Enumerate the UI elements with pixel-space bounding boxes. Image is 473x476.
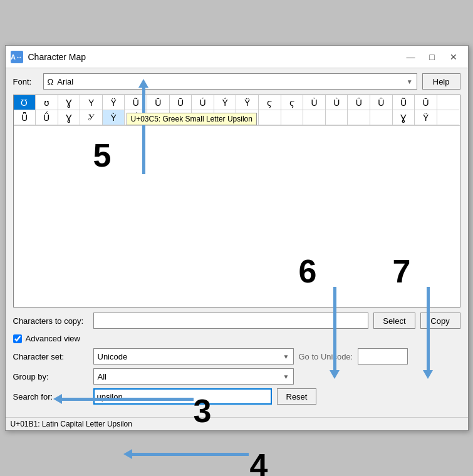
char-cell[interactable]: Ū xyxy=(415,95,437,110)
char-cell[interactable] xyxy=(192,110,214,125)
group-by-value: All xyxy=(98,372,107,381)
search-row: Search for: Reset xyxy=(13,388,460,405)
char-cell[interactable]: Ɣ xyxy=(58,110,81,125)
font-row: Font: Ω Arial ▼ Help xyxy=(13,73,460,90)
char-cell[interactable]: ϛ xyxy=(281,95,304,110)
font-select-text: Ω Arial xyxy=(48,77,74,86)
char-cell[interactable]: Ǖ xyxy=(14,110,36,125)
char-cell[interactable] xyxy=(259,110,281,125)
char-cell[interactable]: ʊ xyxy=(36,95,58,110)
char-cell[interactable] xyxy=(326,110,348,125)
font-select[interactable]: Ω Arial ▼ xyxy=(43,73,417,90)
char-cell[interactable]: Ý xyxy=(214,95,237,110)
char-cell[interactable]: Ỳ xyxy=(103,110,125,125)
title-bar-left: A↔ Character Map xyxy=(11,51,86,63)
chars-to-copy-row: Characters to copy: Select Copy xyxy=(13,313,460,329)
group-by-select[interactable]: All ▼ xyxy=(93,368,294,385)
group-by-row: Group by: All ▼ xyxy=(13,368,460,385)
char-cell[interactable]: Ū xyxy=(147,95,170,110)
minimize-button[interactable]: — xyxy=(402,50,420,64)
reset-button[interactable]: Reset xyxy=(277,388,317,405)
char-cell[interactable] xyxy=(147,110,170,125)
advanced-view-row: Advanced view xyxy=(13,334,460,343)
title-controls: — □ ✕ xyxy=(402,50,463,64)
char-cell[interactable]: Ũ xyxy=(125,95,147,110)
advanced-view-checkbox[interactable] xyxy=(13,334,22,343)
char-cell[interactable]: Ù xyxy=(326,95,348,110)
char-cell[interactable] xyxy=(281,110,304,125)
char-cell[interactable]: Ÿ xyxy=(103,95,125,110)
character-map-window: A↔ Character Map — □ ✕ Font: Ω Arial ▼ H… xyxy=(5,45,469,431)
char-cell[interactable]: Ÿ xyxy=(236,95,259,110)
goto-unicode-label: Go to Unicode: xyxy=(299,352,353,361)
char-cell[interactable]: Û xyxy=(348,95,370,110)
char-cell[interactable] xyxy=(437,95,460,110)
advanced-view-label[interactable]: Advanced view xyxy=(13,334,80,343)
chars-to-copy-input[interactable] xyxy=(93,313,369,329)
char-cell[interactable]: Ɣ xyxy=(393,110,415,125)
grid-spacer xyxy=(14,125,460,307)
character-set-select[interactable]: Unicode ▼ xyxy=(93,348,294,365)
main-content: Font: Ω Arial ▼ Help Ʊ ʊ Ɣ Y Ÿ Ũ Ū Ū xyxy=(6,68,468,417)
char-cell[interactable] xyxy=(348,110,370,125)
chevron-down-icon: ▼ xyxy=(283,373,289,380)
window-title: Character Map xyxy=(28,52,86,62)
app-icon: A↔ xyxy=(11,51,23,63)
char-cell[interactable]: Ū xyxy=(170,95,192,110)
chevron-down-icon: ▼ xyxy=(283,353,289,360)
char-cell[interactable]: Ù xyxy=(303,95,326,110)
char-cell[interactable] xyxy=(170,110,192,125)
character-set-row: Character set: Unicode ▼ Go to Unicode: xyxy=(13,348,460,365)
char-cell[interactable] xyxy=(303,110,326,125)
font-icon: Ω xyxy=(48,77,54,86)
char-cell[interactable]: ϛ xyxy=(259,95,281,110)
char-cell[interactable]: Ɣ xyxy=(58,95,81,110)
help-button[interactable]: Help xyxy=(422,73,460,90)
char-cell[interactable]: Y xyxy=(80,95,103,110)
arrow-4 xyxy=(131,453,249,456)
search-for-label: Search for: xyxy=(13,392,88,401)
char-grid-row2: Ǖ Ǘ Ɣ Ỿ Ỳ Ǻ Ɣ Ÿ xyxy=(14,110,460,125)
close-button[interactable]: ✕ xyxy=(444,50,463,64)
title-bar: A↔ Character Map — □ ✕ xyxy=(6,46,468,68)
chevron-down-icon: ▼ xyxy=(407,78,413,85)
char-grid-row1: Ʊ ʊ Ɣ Y Ÿ Ũ Ū Ū Ú Ý Ÿ ϛ ϛ Ù Ù Û Û Ũ Ū xyxy=(14,95,460,110)
char-cell[interactable]: Ʊ xyxy=(14,95,36,110)
char-cell[interactable] xyxy=(214,110,237,125)
character-set-label: Character set: xyxy=(13,352,88,361)
annotation-4: 4 xyxy=(250,447,268,476)
search-input[interactable] xyxy=(93,388,272,405)
char-cell[interactable]: Ỿ xyxy=(80,110,103,125)
char-cell[interactable] xyxy=(236,110,259,125)
chars-to-copy-label: Characters to copy: xyxy=(13,316,88,326)
char-cell[interactable]: Û xyxy=(370,95,393,110)
group-by-label: Group by: xyxy=(13,372,88,381)
maximize-button[interactable]: □ xyxy=(423,50,442,64)
character-set-value: Unicode xyxy=(98,352,128,361)
char-cell[interactable]: Ú xyxy=(192,95,214,110)
char-cell[interactable]: Ǻ xyxy=(125,110,147,125)
font-name: Arial xyxy=(57,77,73,86)
status-bar: U+01B1: Latin Capital Letter Upsilon xyxy=(6,417,468,430)
char-cell[interactable] xyxy=(437,110,460,125)
char-cell[interactable]: Ÿ xyxy=(415,110,437,125)
copy-button[interactable]: Copy xyxy=(420,313,460,329)
font-label: Font: xyxy=(13,77,38,86)
goto-unicode-input[interactable] xyxy=(358,348,408,365)
char-cell[interactable]: Ũ xyxy=(393,95,415,110)
advanced-view-text: Advanced view xyxy=(26,334,80,343)
char-cell[interactable]: Ǘ xyxy=(36,110,58,125)
char-cell[interactable] xyxy=(370,110,393,125)
char-grid-container: Ʊ ʊ Ɣ Y Ÿ Ũ Ū Ū Ú Ý Ÿ ϛ ϛ Ù Ù Û Û Ũ Ū xyxy=(13,95,460,308)
status-text: U+01B1: Latin Capital Letter Upsilon xyxy=(11,420,132,428)
select-button[interactable]: Select xyxy=(373,313,415,329)
